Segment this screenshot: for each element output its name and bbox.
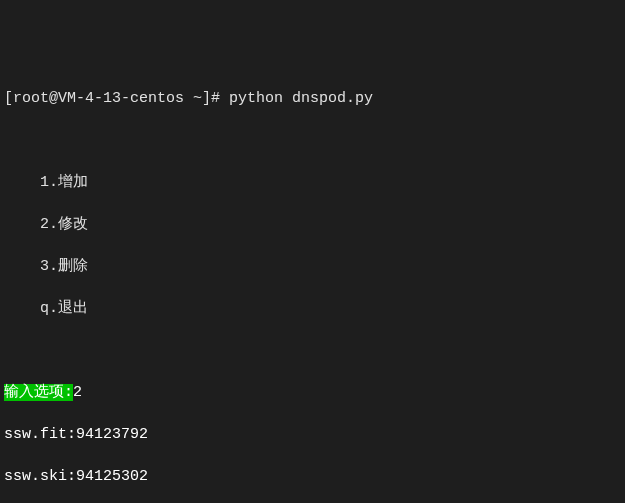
menu-item: 3.删除	[4, 256, 621, 277]
shell-prompt: [root@VM-4-13-centos ~]# python dnspod.p…	[4, 88, 621, 109]
menu-item: 2.修改	[4, 214, 621, 235]
input-option-label: 输入选项:	[4, 384, 73, 401]
blank-line	[4, 130, 621, 151]
input-option-value: 2	[73, 384, 82, 401]
input-option-line[interactable]: 输入选项:2	[4, 382, 621, 403]
blank-line	[4, 340, 621, 361]
menu-item: q.退出	[4, 298, 621, 319]
menu-item: 1.增加	[4, 172, 621, 193]
domain-list-item: ssw.ski:94125302	[4, 466, 621, 487]
domain-list-item: ssw.fit:94123792	[4, 424, 621, 445]
